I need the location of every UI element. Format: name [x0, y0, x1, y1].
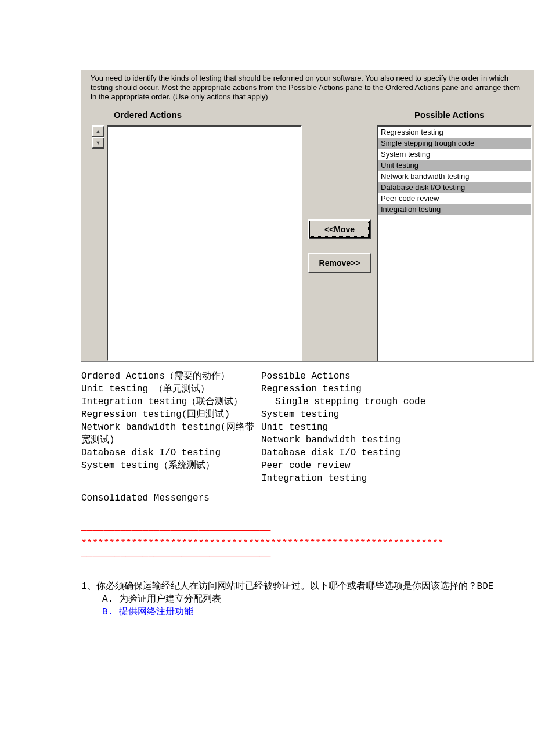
- move-up-button[interactable]: ▲: [92, 125, 104, 137]
- list-item[interactable]: System testing: [378, 149, 531, 160]
- answer-ordered-column: Ordered Actions（需要的动作）Unit testing （单元测试…: [81, 370, 261, 485]
- move-button[interactable]: <<Move: [308, 219, 371, 239]
- text-line: Possible Actions: [261, 370, 534, 383]
- separator-star: ****************************************…: [81, 537, 534, 550]
- drag-drop-panel: You need to identify the kinds of testin…: [81, 70, 534, 362]
- reorder-arrows: ▲ ▼: [92, 125, 104, 149]
- text-line: System testing: [261, 408, 534, 421]
- ordered-actions-list[interactable]: [107, 125, 302, 361]
- text-line: Single stepping trough code: [261, 395, 534, 408]
- option-b: B. 提供网络注册功能: [81, 606, 534, 618]
- list-item[interactable]: Single stepping trough code: [378, 138, 531, 149]
- text-line: System testing（系统测试）: [81, 459, 261, 472]
- possible-actions-header: Possible Actions: [345, 110, 484, 120]
- ordered-actions-header: Ordered Actions: [81, 110, 345, 120]
- text-line: Integration testing（联合测试）: [81, 395, 261, 408]
- list-item[interactable]: Peer code review: [378, 193, 531, 204]
- text-line: Network bandwidth testing: [261, 434, 534, 447]
- text-line: Integration testing: [261, 472, 534, 485]
- text-line: Network bandwidth testing(网络带宽测试): [81, 421, 261, 447]
- list-item[interactable]: Network bandwidth testing: [378, 171, 531, 182]
- list-item[interactable]: Database disk I/O testing: [378, 182, 531, 193]
- text-line: Regression testing: [261, 383, 534, 395]
- separator-dash-1: ——————————————————————————————————: [81, 524, 534, 537]
- text-line: Ordered Actions（需要的动作）: [81, 370, 261, 383]
- text-line: Unit testing （单元测试）: [81, 383, 261, 395]
- option-a: A. 为验证用户建立分配列表: [81, 593, 534, 606]
- list-item[interactable]: Integration testing: [378, 204, 531, 215]
- text-line: Peer code review: [261, 459, 534, 472]
- move-down-button[interactable]: ▼: [92, 137, 104, 149]
- text-line: Database disk I/O testing: [81, 447, 261, 459]
- text-line: Regression testing(回归测试): [81, 408, 261, 421]
- question-1-text: 1、你必须确保运输经纪人在访问网站时已经被验证过。以下哪个或者哪些选项是你因该选…: [81, 563, 534, 593]
- list-item[interactable]: Regression testing: [378, 127, 531, 138]
- remove-button[interactable]: Remove>>: [308, 253, 371, 273]
- list-item[interactable]: Unit testing: [378, 160, 531, 171]
- possible-actions-list[interactable]: Regression testingSingle stepping trough…: [377, 125, 532, 361]
- text-line: Database disk I/O testing: [261, 447, 534, 459]
- separator-dash-2: ——————————————————————————————————: [81, 550, 534, 563]
- columns-header: Ordered Actions Possible Actions: [81, 107, 534, 123]
- answer-possible-column: Possible ActionsRegression testingSingle…: [261, 370, 534, 485]
- text-line: Unit testing: [261, 421, 534, 434]
- instruction-text: You need to identify the kinds of testin…: [81, 70, 534, 107]
- consolidated-text: Consolidated Messengers: [81, 492, 534, 505]
